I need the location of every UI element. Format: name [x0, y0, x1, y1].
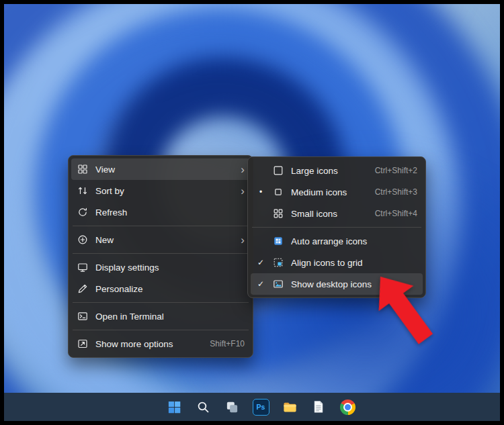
show-more-options-icon: [77, 338, 89, 349]
menu-item-label: Personalize: [95, 284, 245, 294]
view-icon: [77, 164, 89, 175]
menu-item-label: Show more options: [95, 339, 194, 349]
menu-separator: [73, 253, 249, 254]
menu-item-new[interactable]: New ›: [71, 229, 250, 250]
taskbar: Ps: [4, 393, 500, 421]
photoshop-icon: Ps: [253, 399, 269, 416]
menu-item-open-in-terminal[interactable]: Open in Terminal: [71, 305, 250, 327]
auto-arrange-icons-icon: [272, 236, 284, 246]
menu-item-refresh[interactable]: Refresh: [71, 201, 250, 223]
submenu-item-medium-icons[interactable]: • Medium icons Ctrl+Shift+3: [251, 181, 423, 203]
terminal-icon: [77, 311, 89, 322]
display-settings-icon: [77, 262, 89, 273]
menu-item-label: Display settings: [95, 263, 245, 273]
submenu-item-auto-arrange-icons[interactable]: Auto arrange icons: [251, 230, 423, 252]
checkmark-icon: ✓: [256, 258, 265, 267]
large-icons-icon: [272, 165, 284, 176]
menu-item-label: Sort by: [95, 186, 227, 196]
submenu-item-align-icons-to-grid[interactable]: ✓ Align icons to grid: [251, 252, 423, 273]
chevron-right-icon: ›: [234, 185, 245, 197]
menu-item-show-more-options[interactable]: Show more options Shift+F10: [71, 333, 250, 355]
folder-icon: [282, 399, 298, 415]
photoshop-button[interactable]: Ps: [248, 395, 274, 418]
chrome-button[interactable]: [335, 395, 360, 418]
chrome-icon: [340, 399, 355, 415]
menu-item-sort-by[interactable]: Sort by ›: [71, 180, 250, 201]
submenu-item-large-icons[interactable]: Large icons Ctrl+Shift+2: [251, 160, 423, 181]
menu-item-view[interactable]: View ›: [71, 158, 250, 180]
search-button[interactable]: [190, 395, 216, 418]
notepad-button[interactable]: [306, 395, 331, 418]
menu-separator: [73, 302, 249, 303]
task-view-icon: [225, 400, 239, 414]
menu-item-label: Small icons: [291, 209, 359, 219]
submenu-item-small-icons[interactable]: Small icons Ctrl+Shift+4: [251, 203, 423, 224]
menu-separator: [252, 227, 421, 228]
task-view-button[interactable]: [219, 395, 245, 418]
show-desktop-icons-icon: [272, 279, 284, 289]
menu-item-shortcut: Ctrl+Shift+2: [366, 166, 417, 175]
checkmark-icon: ✓: [256, 279, 265, 289]
menu-item-label: View: [95, 164, 227, 175]
menu-item-label: Open in Terminal: [95, 312, 245, 322]
taskbar-icon-group: Ps: [161, 395, 360, 418]
menu-item-shortcut: Ctrl+Shift+4: [366, 209, 417, 218]
start-button[interactable]: [161, 395, 187, 418]
medium-icons-icon: [272, 187, 284, 197]
menu-item-label: Refresh: [95, 207, 245, 218]
file-explorer-button[interactable]: [277, 395, 302, 418]
chevron-right-icon: ›: [234, 234, 245, 246]
radio-selected-icon: •: [256, 187, 265, 197]
red-arrow-pointer: [361, 269, 461, 369]
desktop-context-menu: View › Sort by › Refresh: [68, 155, 253, 358]
menu-item-label: New: [95, 235, 227, 245]
chrome-icon-center: [343, 403, 352, 412]
menu-item-shortcut: Ctrl+Shift+3: [366, 187, 417, 197]
small-icons-icon: [272, 208, 284, 219]
personalize-icon: [77, 283, 89, 294]
menu-item-personalize[interactable]: Personalize: [71, 278, 250, 299]
windows-logo-icon: [167, 399, 182, 415]
search-icon: [196, 400, 210, 414]
menu-item-display-settings[interactable]: Display settings: [71, 256, 250, 278]
document-icon: [311, 399, 326, 414]
sort-by-icon: [77, 185, 89, 196]
menu-item-label: Large icons: [291, 166, 359, 176]
desktop-screen: View › Sort by › Refresh: [4, 4, 500, 421]
menu-item-label: Auto arrange icons: [291, 236, 417, 246]
menu-separator: [73, 226, 249, 226]
menu-item-label: Align icons to grid: [291, 258, 417, 268]
menu-item-label: Medium icons: [291, 187, 359, 197]
menu-item-shortcut: Shift+F10: [200, 339, 245, 348]
align-icons-to-grid-icon: [272, 257, 284, 268]
refresh-icon: [77, 207, 89, 218]
menu-separator: [73, 330, 249, 330]
new-icon: [77, 234, 89, 245]
chevron-right-icon: ›: [234, 164, 245, 175]
